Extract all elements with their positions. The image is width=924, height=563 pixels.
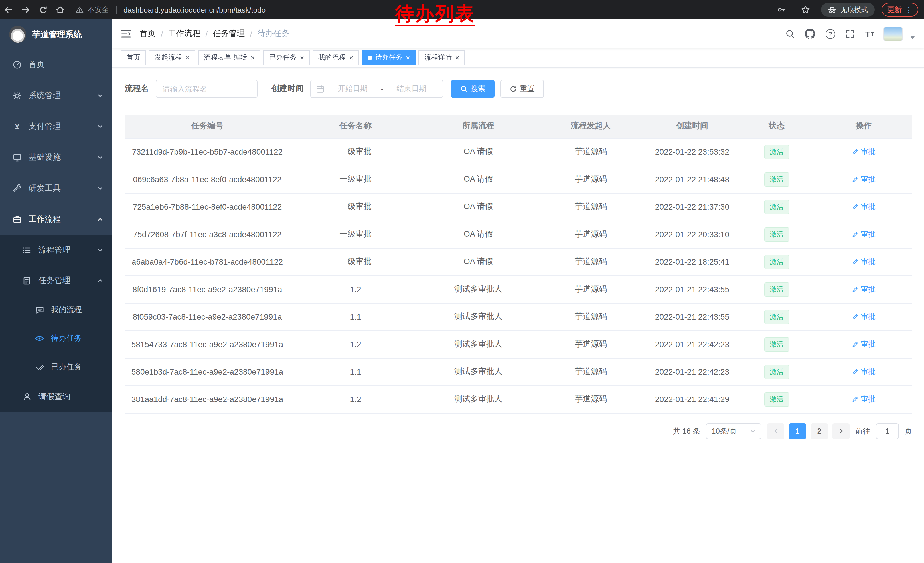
kebab-menu-icon[interactable]: ⋮ <box>905 6 912 14</box>
tab-my-process[interactable]: 我的流程× <box>313 50 359 65</box>
approve-link[interactable]: 审批 <box>852 174 876 185</box>
starter-cell: 芋道源码 <box>535 165 646 193</box>
table-row: 725a1eb6-7b88-11ec-8ef0-acde48001122 一级审… <box>125 193 912 221</box>
infrastructure-icon <box>12 153 22 162</box>
sidebar-item-leave-query[interactable]: 请假查询 <box>0 381 112 412</box>
next-page-button[interactable] <box>832 423 850 439</box>
starter-cell: 芋道源码 <box>535 248 646 275</box>
task-id-cell: 75d72608-7b7f-11ec-a3c8-acde48001122 <box>125 221 290 248</box>
sidebar-item-system[interactable]: 系统管理 <box>0 80 112 111</box>
time-cell: 2022-01-21 22:42:23 <box>646 358 738 386</box>
table-row: 75d72608-7b7f-11ec-a3c8-acde48001122 一级审… <box>125 221 912 248</box>
tab-home[interactable]: 首页 <box>121 50 146 65</box>
fullscreen-icon[interactable] <box>843 26 857 41</box>
sidebar-item-task-manage[interactable]: 任务管理 <box>0 265 112 296</box>
starter-cell: 芋道源码 <box>535 386 646 413</box>
approve-link[interactable]: 审批 <box>852 201 876 212</box>
approve-link[interactable]: 审批 <box>852 147 876 157</box>
tab-start-process[interactable]: 发起流程× <box>149 50 195 65</box>
help-icon[interactable]: ? <box>823 26 837 41</box>
approve-link[interactable]: 审批 <box>852 394 876 404</box>
forward-icon[interactable] <box>17 2 34 18</box>
prev-page-button[interactable] <box>767 423 784 439</box>
home-icon[interactable] <box>51 2 69 18</box>
close-icon[interactable]: × <box>454 54 459 61</box>
process-cell: 测试多审批人 <box>422 358 535 386</box>
approve-link[interactable]: 审批 <box>852 284 876 294</box>
total-count: 共 16 条 <box>673 426 700 436</box>
github-icon[interactable] <box>803 26 817 41</box>
task-name-cell: 一级审批 <box>290 165 422 193</box>
address-bar[interactable]: 不安全 dashboard.yudao.iocoder.cn/bpm/task/… <box>76 5 266 15</box>
sidebar-item-infrastructure[interactable]: 基础设施 <box>0 142 112 173</box>
approve-link[interactable]: 审批 <box>852 366 876 377</box>
date-range-picker[interactable]: 开始日期 - 结束日期 <box>310 80 443 98</box>
close-icon[interactable]: × <box>185 54 189 61</box>
update-button[interactable]: 更新 ⋮ <box>882 3 918 17</box>
status-badge: 激活 <box>764 282 789 296</box>
tab-todo-tasks[interactable]: 待办任务× <box>362 50 416 65</box>
close-icon[interactable]: × <box>250 54 255 61</box>
reset-button[interactable]: 重置 <box>500 80 544 98</box>
close-icon[interactable]: × <box>349 54 353 61</box>
close-icon[interactable]: × <box>405 54 410 61</box>
approve-link[interactable]: 审批 <box>852 312 876 322</box>
incognito-badge: 无痕模式 <box>821 3 875 17</box>
back-icon[interactable] <box>0 2 17 18</box>
goto-page-input[interactable] <box>876 423 899 439</box>
divider <box>116 6 117 14</box>
page-button-2[interactable]: 2 <box>811 423 828 439</box>
breadcrumb-task-manage[interactable]: 任务管理 <box>213 29 245 39</box>
approve-link[interactable]: 审批 <box>852 257 876 267</box>
process-cell: OA 请假 <box>422 165 535 193</box>
search-icon[interactable] <box>783 26 797 41</box>
col-process: 所属流程 <box>422 114 535 138</box>
tab-form-edit[interactable]: 流程表单-编辑× <box>198 50 261 65</box>
start-date-input[interactable]: 开始日期 <box>327 84 379 94</box>
sidebar-item-process-manage[interactable]: 流程管理 <box>0 235 112 265</box>
breadcrumb-home[interactable]: 首页 <box>140 29 156 39</box>
key-icon[interactable] <box>773 2 790 18</box>
breadcrumb-workflow[interactable]: 工作流程 <box>168 29 200 39</box>
payment-icon: ¥ <box>12 122 22 131</box>
sidebar-item-payment[interactable]: ¥ 支付管理 <box>0 111 112 142</box>
chrome-right-cluster: 无痕模式 更新 ⋮ <box>773 2 924 18</box>
close-icon[interactable]: × <box>299 54 304 61</box>
sidebar-item-my-process[interactable]: 我的流程 <box>0 296 112 324</box>
table-row: 580e1b3d-7ac8-11ec-a9e2-a2380e71991a 1.1… <box>125 358 912 386</box>
approve-link[interactable]: 审批 <box>852 339 876 349</box>
page-button-1[interactable]: 1 <box>789 423 806 439</box>
end-date-input[interactable]: 结束日期 <box>386 84 437 94</box>
tab-process-detail[interactable]: 流程详情× <box>418 50 465 65</box>
goto-label: 前往 <box>855 426 870 436</box>
font-size-icon[interactable]: TT <box>863 26 877 41</box>
avatar-caret-icon[interactable] <box>910 36 915 39</box>
process-name-input[interactable] <box>156 80 258 98</box>
sidebar-item-home[interactable]: 首页 <box>0 49 112 80</box>
task-id-cell: a6aba0a4-7b6d-11ec-b781-acde48001122 <box>125 248 290 275</box>
task-id-cell: 580e1b3d-7ac8-11ec-a9e2-a2380e71991a <box>125 358 290 386</box>
starter-cell: 芋道源码 <box>535 330 646 358</box>
table-row: 8f059c03-7ac8-11ec-a9e2-a2380e71991a 1.1… <box>125 303 912 330</box>
collapse-sidebar-icon[interactable] <box>112 29 140 38</box>
filter-bar: 流程名 创建时间 开始日期 - 结束日期 搜索 重置 <box>125 80 912 98</box>
my-process-icon <box>34 306 45 314</box>
avatar[interactable] <box>884 27 903 41</box>
reload-icon[interactable] <box>34 2 51 18</box>
process-cell: 测试多审批人 <box>422 275 535 303</box>
tab-done-tasks[interactable]: 已办任务× <box>263 50 310 65</box>
page-size-select[interactable]: 10条/页 <box>706 423 761 439</box>
process-cell: 测试多审批人 <box>422 386 535 413</box>
annotation-overlay: 待办列表 <box>395 3 475 27</box>
star-icon[interactable] <box>797 2 814 18</box>
sidebar-item-todo-tasks[interactable]: 待办任务 <box>0 324 112 353</box>
sidebar-item-devtools[interactable]: 研发工具 <box>0 173 112 204</box>
calendar-icon <box>316 84 325 93</box>
breadcrumb-current: 待办任务 <box>257 29 290 39</box>
sidebar-item-workflow[interactable]: 工作流程 <box>0 204 112 235</box>
sidebar-item-done-tasks[interactable]: 已办任务 <box>0 353 112 381</box>
approve-link[interactable]: 审批 <box>852 229 876 239</box>
task-id-cell: 58154733-7ac8-11ec-a9e2-a2380e71991a <box>125 330 290 358</box>
range-separator: - <box>381 84 384 93</box>
search-button[interactable]: 搜索 <box>451 80 495 98</box>
